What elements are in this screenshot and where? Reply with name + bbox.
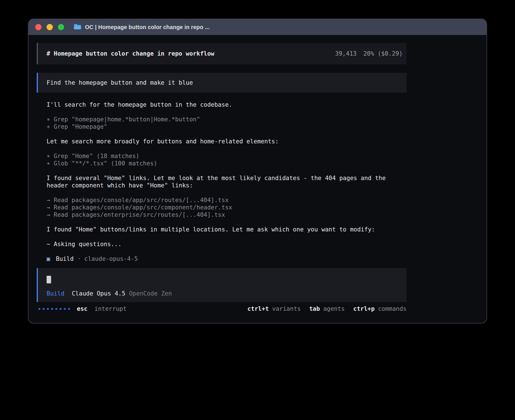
shortcut-hint: tabagents <box>309 305 345 312</box>
session-title: # Homepage button color change in repo w… <box>47 50 214 57</box>
spinner-dot <box>43 308 45 310</box>
user-message: Find the homepage button and make it blu… <box>37 73 407 93</box>
titlebar[interactable]: OC | Homepage button color change in rep… <box>29 19 486 35</box>
spinner-dot <box>55 308 57 310</box>
blank-line <box>47 145 407 152</box>
zoom-button[interactable] <box>58 24 64 30</box>
blank-line <box>47 218 407 226</box>
assistant-text-line: ~ Asking questions... <box>47 240 407 248</box>
tool-call-line: ∗ Glob "**/*.tsx" (100 matches) <box>47 160 407 167</box>
shortcut-label: variants <box>272 305 301 312</box>
shortcut-key: ctrl+t <box>247 305 269 312</box>
tool-call-line: ∗ Grep "Homepage" <box>47 123 407 130</box>
terminal-window: OC | Homepage button color change in rep… <box>28 19 487 323</box>
agent-status-row: ▣Build·claude-opus-4-5 <box>47 255 407 262</box>
session-stats: 39,413 20% ($0.29) <box>335 50 403 57</box>
close-button[interactable] <box>35 24 42 30</box>
blank-line <box>47 108 407 116</box>
minimize-button[interactable] <box>47 24 53 30</box>
shortcut-hint: ctrl+pcommands <box>353 305 407 312</box>
prompt-input[interactable]: Build Claude Opus 4.5 OpenCode Zen <box>37 268 407 302</box>
shortcut-hints: ctrl+tvariantstabagentsctrl+pcommands <box>247 305 407 312</box>
text-cursor <box>47 276 51 283</box>
assistant-text-line: I found several "Home" links. Let me loo… <box>47 174 407 182</box>
esc-hint: esc interrupt <box>77 305 126 312</box>
model-name[interactable]: Claude Opus 4.5 <box>72 290 125 297</box>
esc-label: interrupt <box>95 305 127 312</box>
assistant-text-line: Let me search more broadly for buttons a… <box>47 138 407 145</box>
spinner-dot <box>60 308 62 310</box>
composer-status-row: Build Claude Opus 4.5 OpenCode Zen <box>47 290 407 297</box>
user-message-text: Find the homepage button and make it blu… <box>47 79 193 86</box>
shortcut-key: ctrl+p <box>353 305 375 312</box>
traffic-lights <box>35 24 64 30</box>
assistant-transcript: I'll search for the homepage button in t… <box>37 101 407 262</box>
agent-model: claude-opus-4-5 <box>84 255 138 262</box>
window-title: OC | Homepage button color change in rep… <box>85 24 210 30</box>
tool-call-line: → Read packages/console/app/src/routes/[… <box>47 196 407 204</box>
assistant-text-line: header component which have "Home" links… <box>47 182 407 189</box>
spinner-dot <box>51 308 53 310</box>
spinner-dot <box>47 308 49 310</box>
session-header: # Homepage button color change in repo w… <box>37 43 407 64</box>
shortcut-label: commands <box>378 305 407 312</box>
tool-call-line: ∗ Grep "Home" (18 matches) <box>47 152 407 160</box>
status-footer: esc interrupt ctrl+tvariantstabagentsctr… <box>37 305 407 312</box>
tool-call-line: → Read packages/enterprise/src/routes/[.… <box>47 211 407 218</box>
shortcut-label: agents <box>323 305 345 312</box>
separator-dot: · <box>77 255 81 262</box>
blank-line <box>47 167 407 174</box>
esc-key: esc <box>77 305 88 312</box>
blank-line <box>47 130 407 138</box>
context-cost: 20% ($0.29) <box>363 50 403 57</box>
shortcut-hint: ctrl+tvariants <box>247 305 301 312</box>
blank-line <box>47 189 407 196</box>
spinner-dot <box>64 308 66 310</box>
tool-call-line: ∗ Grep "homepage|home.*button|Home.*butt… <box>47 116 407 123</box>
token-count: 39,413 <box>335 50 357 57</box>
mode-build[interactable]: Build <box>47 290 64 297</box>
spinner-dot <box>38 308 40 310</box>
shortcut-key: tab <box>309 305 320 312</box>
agent-name: Build <box>56 255 74 262</box>
spinner-dot <box>68 308 70 310</box>
terminal-content: # Homepage button color change in repo w… <box>29 35 486 312</box>
window-title-group: OC | Homepage button color change in rep… <box>74 24 210 31</box>
agent-icon: ▣ <box>47 255 50 262</box>
assistant-text-line: I found "Home" buttons/links in multiple… <box>47 226 407 233</box>
tool-call-line: → Read packages/console/app/src/componen… <box>47 204 407 211</box>
blank-line <box>47 248 407 255</box>
folder-icon <box>74 24 81 31</box>
spinner-dots <box>38 308 70 310</box>
blank-line <box>47 233 407 240</box>
provider-name: OpenCode Zen <box>129 290 172 297</box>
assistant-text-line: I'll search for the homepage button in t… <box>47 101 407 108</box>
